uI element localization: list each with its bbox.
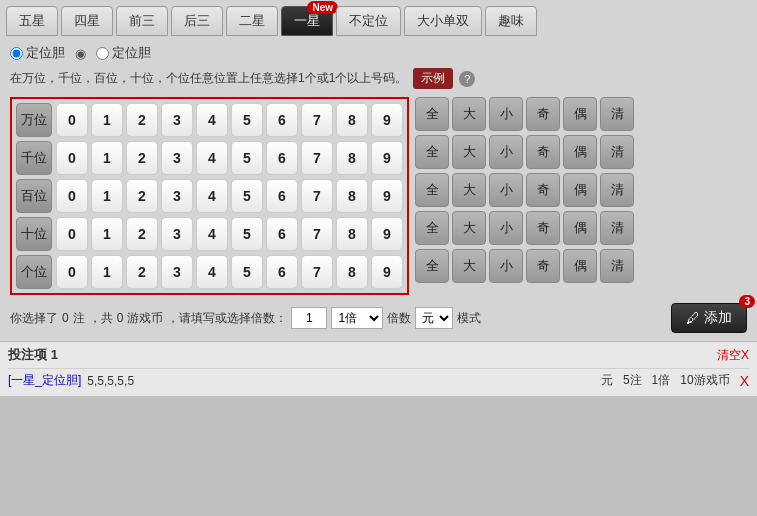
- num-btn-个位-6[interactable]: 6: [266, 255, 298, 289]
- quick-btn-十位-偶[interactable]: 偶: [563, 211, 597, 245]
- num-btn-个位-7[interactable]: 7: [301, 255, 333, 289]
- position-label-十位[interactable]: 十位: [16, 217, 52, 251]
- quick-btn-万位-清[interactable]: 清: [600, 97, 634, 131]
- tab-后三[interactable]: 后三: [171, 6, 223, 36]
- num-btn-万位-4[interactable]: 4: [196, 103, 228, 137]
- num-btn-万位-5[interactable]: 5: [231, 103, 263, 137]
- num-btn-个位-0[interactable]: 0: [56, 255, 88, 289]
- quick-btn-个位-全[interactable]: 全: [415, 249, 449, 283]
- multiplier-select[interactable]: 1倍2倍3倍5倍10倍: [331, 307, 383, 329]
- quick-btn-万位-偶[interactable]: 偶: [563, 97, 597, 131]
- num-btn-十位-5[interactable]: 5: [231, 217, 263, 251]
- quick-btn-个位-清[interactable]: 清: [600, 249, 634, 283]
- clear-button[interactable]: 清空X: [717, 347, 749, 364]
- bet-delete-button[interactable]: X: [740, 373, 749, 389]
- radio-input-1[interactable]: [10, 47, 23, 60]
- quick-btn-百位-清[interactable]: 清: [600, 173, 634, 207]
- num-btn-千位-0[interactable]: 0: [56, 141, 88, 175]
- quick-btn-百位-小[interactable]: 小: [489, 173, 523, 207]
- num-btn-万位-2[interactable]: 2: [126, 103, 158, 137]
- tab-四星[interactable]: 四星: [61, 6, 113, 36]
- num-btn-百位-8[interactable]: 8: [336, 179, 368, 213]
- num-btn-千位-6[interactable]: 6: [266, 141, 298, 175]
- tab-不定位[interactable]: 不定位: [336, 6, 401, 36]
- multiplier-input[interactable]: [291, 307, 327, 329]
- num-btn-百位-9[interactable]: 9: [371, 179, 403, 213]
- num-btn-十位-3[interactable]: 3: [161, 217, 193, 251]
- quick-btn-个位-小[interactable]: 小: [489, 249, 523, 283]
- num-btn-百位-0[interactable]: 0: [56, 179, 88, 213]
- tab-前三[interactable]: 前三: [116, 6, 168, 36]
- quick-btn-十位-小[interactable]: 小: [489, 211, 523, 245]
- num-btn-百位-2[interactable]: 2: [126, 179, 158, 213]
- num-btn-十位-4[interactable]: 4: [196, 217, 228, 251]
- radio-input-2[interactable]: [96, 47, 109, 60]
- num-btn-万位-7[interactable]: 7: [301, 103, 333, 137]
- num-btn-个位-3[interactable]: 3: [161, 255, 193, 289]
- position-label-千位[interactable]: 千位: [16, 141, 52, 175]
- quick-btn-百位-大[interactable]: 大: [452, 173, 486, 207]
- num-btn-百位-6[interactable]: 6: [266, 179, 298, 213]
- num-btn-百位-4[interactable]: 4: [196, 179, 228, 213]
- quick-btn-千位-清[interactable]: 清: [600, 135, 634, 169]
- quick-btn-千位-大[interactable]: 大: [452, 135, 486, 169]
- num-btn-千位-3[interactable]: 3: [161, 141, 193, 175]
- tab-二星[interactable]: 二星: [226, 6, 278, 36]
- num-btn-千位-2[interactable]: 2: [126, 141, 158, 175]
- quick-btn-万位-奇[interactable]: 奇: [526, 97, 560, 131]
- num-btn-十位-0[interactable]: 0: [56, 217, 88, 251]
- example-button[interactable]: 示例: [413, 68, 453, 89]
- quick-btn-个位-偶[interactable]: 偶: [563, 249, 597, 283]
- quick-btn-百位-全[interactable]: 全: [415, 173, 449, 207]
- quick-btn-十位-大[interactable]: 大: [452, 211, 486, 245]
- num-btn-千位-5[interactable]: 5: [231, 141, 263, 175]
- num-btn-万位-0[interactable]: 0: [56, 103, 88, 137]
- num-btn-个位-1[interactable]: 1: [91, 255, 123, 289]
- num-btn-千位-7[interactable]: 7: [301, 141, 333, 175]
- quick-btn-千位-全[interactable]: 全: [415, 135, 449, 169]
- num-btn-十位-1[interactable]: 1: [91, 217, 123, 251]
- num-btn-个位-9[interactable]: 9: [371, 255, 403, 289]
- num-btn-万位-8[interactable]: 8: [336, 103, 368, 137]
- num-btn-百位-7[interactable]: 7: [301, 179, 333, 213]
- quick-btn-百位-偶[interactable]: 偶: [563, 173, 597, 207]
- tab-大小单双[interactable]: 大小单双: [404, 6, 482, 36]
- num-btn-个位-2[interactable]: 2: [126, 255, 158, 289]
- num-btn-万位-9[interactable]: 9: [371, 103, 403, 137]
- tab-五星[interactable]: 五星: [6, 6, 58, 36]
- quick-btn-个位-大[interactable]: 大: [452, 249, 486, 283]
- quick-btn-十位-奇[interactable]: 奇: [526, 211, 560, 245]
- num-btn-万位-3[interactable]: 3: [161, 103, 193, 137]
- quick-btn-百位-奇[interactable]: 奇: [526, 173, 560, 207]
- quick-btn-万位-大[interactable]: 大: [452, 97, 486, 131]
- num-btn-个位-5[interactable]: 5: [231, 255, 263, 289]
- num-btn-十位-8[interactable]: 8: [336, 217, 368, 251]
- quick-btn-十位-全[interactable]: 全: [415, 211, 449, 245]
- num-btn-十位-7[interactable]: 7: [301, 217, 333, 251]
- quick-btn-千位-奇[interactable]: 奇: [526, 135, 560, 169]
- num-btn-万位-1[interactable]: 1: [91, 103, 123, 137]
- quick-btn-万位-全[interactable]: 全: [415, 97, 449, 131]
- num-btn-千位-8[interactable]: 8: [336, 141, 368, 175]
- quick-btn-个位-奇[interactable]: 奇: [526, 249, 560, 283]
- tab-一星[interactable]: 一星New: [281, 6, 333, 36]
- num-btn-十位-2[interactable]: 2: [126, 217, 158, 251]
- num-btn-万位-6[interactable]: 6: [266, 103, 298, 137]
- num-btn-个位-4[interactable]: 4: [196, 255, 228, 289]
- position-label-个位[interactable]: 个位: [16, 255, 52, 289]
- help-icon[interactable]: ?: [459, 71, 475, 87]
- num-btn-百位-1[interactable]: 1: [91, 179, 123, 213]
- num-btn-个位-8[interactable]: 8: [336, 255, 368, 289]
- radio-option-2[interactable]: 定位胆: [96, 44, 151, 62]
- num-btn-十位-9[interactable]: 9: [371, 217, 403, 251]
- num-btn-百位-3[interactable]: 3: [161, 179, 193, 213]
- tab-趣味[interactable]: 趣味: [485, 6, 537, 36]
- position-label-万位[interactable]: 万位: [16, 103, 52, 137]
- quick-btn-千位-小[interactable]: 小: [489, 135, 523, 169]
- quick-btn-千位-偶[interactable]: 偶: [563, 135, 597, 169]
- quick-btn-万位-小[interactable]: 小: [489, 97, 523, 131]
- num-btn-千位-1[interactable]: 1: [91, 141, 123, 175]
- position-label-百位[interactable]: 百位: [16, 179, 52, 213]
- mode-select[interactable]: 元角分: [415, 307, 453, 329]
- add-button[interactable]: 🖊 添加: [671, 303, 747, 333]
